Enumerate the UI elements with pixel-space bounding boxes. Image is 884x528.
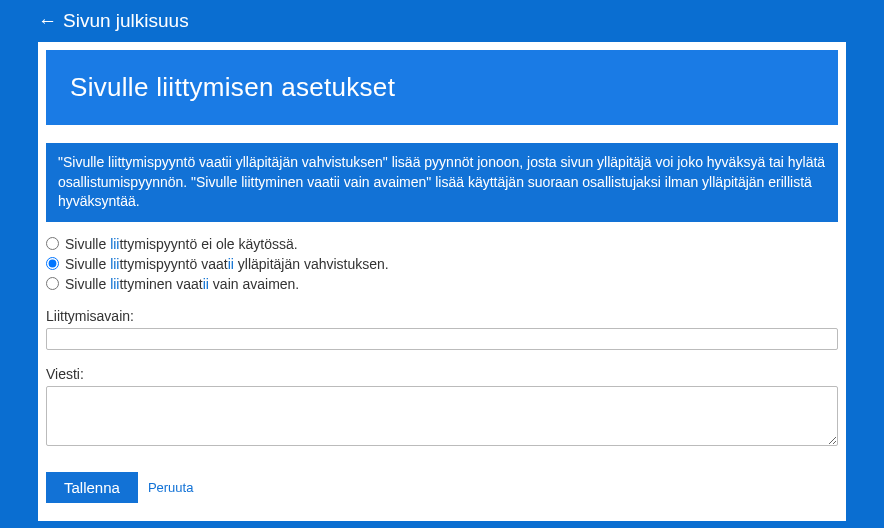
save-button[interactable]: Tallenna [46,472,138,503]
back-link-label: Sivun julkisuus [63,10,189,32]
button-row: Tallenna Peruuta [46,472,838,503]
radio-label-confirm: Sivulle liittymispyyntö vaatii ylläpitäj… [65,256,389,272]
back-link[interactable]: ← Sivun julkisuus [0,0,884,42]
radio-option-confirm[interactable]: Sivulle liittymispyyntö vaatii ylläpitäj… [46,256,838,272]
back-arrow-icon: ← [38,10,57,32]
info-box: "Sivulle liittymispyyntö vaatii ylläpitä… [46,143,838,222]
content-panel: Sivulle liittymisen asetukset "Sivulle l… [38,42,846,521]
radio-label-disabled: Sivulle liittymispyyntö ei ole käytössä. [65,236,298,252]
radio-input-confirm[interactable] [46,257,59,270]
cancel-button[interactable]: Peruuta [148,480,194,495]
page-title: Sivulle liittymisen asetukset [46,50,838,125]
join-key-label: Liittymisavain: [46,308,838,324]
radio-option-keyonly[interactable]: Sivulle liittyminen vaatii vain avaimen. [46,276,838,292]
radio-label-keyonly: Sivulle liittyminen vaatii vain avaimen. [65,276,299,292]
radio-group: Sivulle liittymispyyntö ei ole käytössä.… [46,236,838,292]
radio-option-disabled[interactable]: Sivulle liittymispyyntö ei ole käytössä. [46,236,838,252]
join-key-input[interactable] [46,328,838,350]
radio-input-disabled[interactable] [46,237,59,250]
radio-input-keyonly[interactable] [46,277,59,290]
message-textarea[interactable] [46,386,838,446]
message-label: Viesti: [46,366,838,382]
